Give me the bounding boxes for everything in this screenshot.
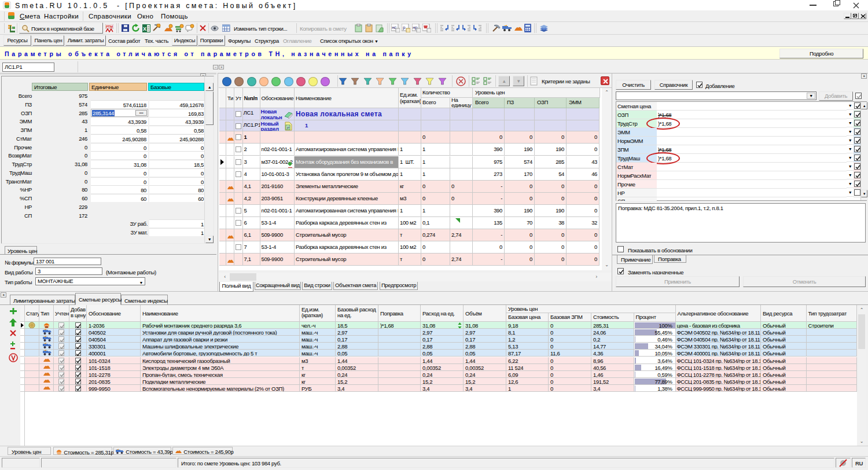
svg-text:Р: Р [287,126,289,130]
svg-text:X: X [143,26,146,32]
svg-text:РТМ: РТМ [106,25,113,28]
